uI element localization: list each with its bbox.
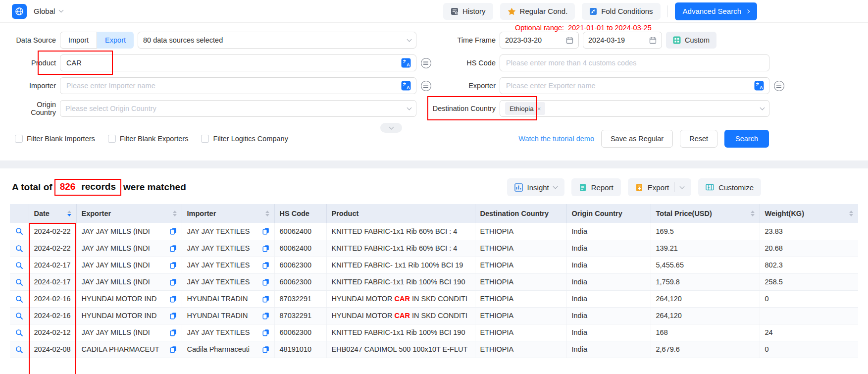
- chevron-down-icon[interactable]: [680, 184, 685, 189]
- cell-destination: ETHIOPIA: [475, 341, 566, 358]
- topbar: Global History Regular Cond.: [0, 0, 868, 23]
- cell-total-price: 1,759.8: [651, 273, 760, 290]
- globe-icon: [15, 7, 24, 16]
- cell-destination: ETHIOPIA: [475, 240, 566, 257]
- insight-icon: [514, 183, 523, 192]
- search-icon[interactable]: [15, 245, 23, 253]
- cell-destination: ETHIOPIA: [475, 290, 566, 307]
- search-icon[interactable]: [15, 312, 23, 320]
- copy-icon[interactable]: [170, 245, 177, 252]
- advanced-search-button[interactable]: Advanced Search: [675, 2, 757, 20]
- table-row: 2024-02-17JAY JAY MILLS (INDIJAY JAY TEX…: [10, 273, 858, 290]
- translate-icon[interactable]: A: [401, 81, 411, 91]
- cell-hs-code: 87032291: [274, 290, 326, 307]
- checkbox-icon[interactable]: [201, 135, 209, 143]
- search-icon[interactable]: [15, 278, 23, 286]
- translate-icon[interactable]: A: [754, 81, 764, 91]
- cell-importer: JAY JAY TEXTILES: [182, 273, 274, 290]
- save-as-regular-button[interactable]: Save as Regular: [601, 130, 673, 148]
- copy-icon[interactable]: [170, 278, 177, 286]
- copy-icon[interactable]: [262, 245, 269, 252]
- customize-button[interactable]: Customize: [698, 178, 761, 196]
- copy-icon[interactable]: [262, 346, 269, 353]
- regular-cond-button[interactable]: Regular Cond.: [500, 3, 575, 20]
- match-options-icon[interactable]: [421, 81, 431, 91]
- cell-detail[interactable]: [10, 290, 29, 307]
- match-options-icon[interactable]: [421, 58, 431, 68]
- cell-detail[interactable]: [10, 307, 29, 324]
- checkbox-filter-logistics-company[interactable]: Filter Logitics Company: [201, 135, 288, 143]
- insight-button[interactable]: Insight: [507, 178, 564, 196]
- history-button[interactable]: History: [443, 3, 493, 20]
- cell-detail[interactable]: [10, 273, 29, 290]
- exporter-input[interactable]: [505, 81, 750, 90]
- search-icon[interactable]: [15, 329, 23, 337]
- export-button[interactable]: Export: [628, 178, 691, 196]
- copy-icon[interactable]: [170, 295, 177, 303]
- origin-country-select[interactable]: Please select Origin Country: [60, 100, 416, 117]
- chevron-down-icon: [389, 124, 394, 129]
- cell-detail[interactable]: [10, 341, 29, 358]
- destination-country-select[interactable]: Ethiopia ×: [500, 100, 769, 117]
- checkbox-icon[interactable]: [108, 135, 116, 143]
- data-source-group: Data Source Import Export 80 data source…: [10, 32, 431, 49]
- checkbox-filter-blank-exporters[interactable]: Filter Blank Exporters: [108, 135, 189, 143]
- hs-code-input[interactable]: [505, 58, 764, 67]
- copy-icon[interactable]: [262, 262, 269, 269]
- results-table-body: 2024-02-22JAY JAY MILLS (INDIJAY JAY TEX…: [10, 223, 858, 358]
- col-weight[interactable]: Weight(KG): [760, 204, 858, 223]
- results-toolbar: Insight Report: [507, 178, 858, 196]
- copy-icon[interactable]: [170, 262, 177, 269]
- cell-detail[interactable]: [10, 324, 29, 341]
- checkbox-filter-blank-importers[interactable]: Filter Blank Importers: [15, 135, 95, 143]
- copy-icon[interactable]: [262, 278, 269, 286]
- fold-conditions-button[interactable]: Fold Conditions: [582, 3, 660, 20]
- export-tab[interactable]: Export: [97, 32, 134, 49]
- col-date[interactable]: Date: [29, 204, 76, 223]
- collapse-conditions-pill[interactable]: [380, 123, 402, 133]
- search-icon[interactable]: [15, 346, 23, 354]
- region-selector[interactable]: Global: [34, 7, 63, 15]
- copy-icon[interactable]: [262, 312, 269, 320]
- search-icon[interactable]: [15, 227, 23, 235]
- cell-detail[interactable]: [10, 240, 29, 257]
- search-button[interactable]: Search: [724, 130, 769, 148]
- col-total-price[interactable]: Total Price(USD): [651, 204, 760, 223]
- import-tab[interactable]: Import: [60, 32, 97, 49]
- copy-icon[interactable]: [262, 227, 269, 235]
- date-start-input[interactable]: 2023-03-20: [500, 32, 579, 49]
- cell-detail[interactable]: [10, 257, 29, 273]
- report-button[interactable]: Report: [571, 178, 621, 196]
- close-icon[interactable]: ×: [537, 105, 541, 112]
- tutorial-link[interactable]: Watch the tutorial demo: [518, 135, 594, 143]
- destination-tag: Ethiopia ×: [505, 102, 545, 115]
- cell-detail[interactable]: [10, 223, 29, 240]
- search-icon[interactable]: [15, 262, 23, 269]
- custom-label: Custom: [685, 36, 710, 44]
- data-source-select[interactable]: 80 data sources selected: [138, 32, 416, 49]
- regular-cond-label: Regular Cond.: [520, 7, 568, 15]
- copy-icon[interactable]: [262, 329, 269, 336]
- importer-group: Importer A: [10, 77, 431, 94]
- copy-icon[interactable]: [170, 312, 177, 320]
- copy-icon[interactable]: [170, 329, 177, 336]
- cell-product: HYUNDAI MOTOR CAR IN SKD CONDITI: [326, 307, 475, 324]
- cell-date: 2024-02-22: [29, 223, 76, 240]
- copy-icon[interactable]: [170, 346, 177, 353]
- data-source-controls: Import Export 80 data sources selected: [60, 32, 416, 49]
- copy-icon[interactable]: [170, 227, 177, 235]
- product-input[interactable]: [65, 58, 397, 67]
- match-options-icon[interactable]: [774, 81, 784, 91]
- col-exporter[interactable]: Exporter: [76, 204, 182, 223]
- importer-input[interactable]: [65, 81, 397, 90]
- translate-icon[interactable]: A: [401, 58, 411, 68]
- date-end-input[interactable]: 2024-03-19: [583, 32, 662, 49]
- custom-timeframe-button[interactable]: Custom: [666, 32, 716, 49]
- search-icon[interactable]: [15, 295, 23, 303]
- checkbox-icon[interactable]: [15, 135, 23, 143]
- results-header: A total of 826 records were matched Insi…: [0, 168, 868, 204]
- cell-origin: India: [566, 324, 651, 341]
- reset-button[interactable]: Reset: [680, 130, 717, 148]
- col-importer[interactable]: Importer: [182, 204, 274, 223]
- copy-icon[interactable]: [262, 295, 269, 303]
